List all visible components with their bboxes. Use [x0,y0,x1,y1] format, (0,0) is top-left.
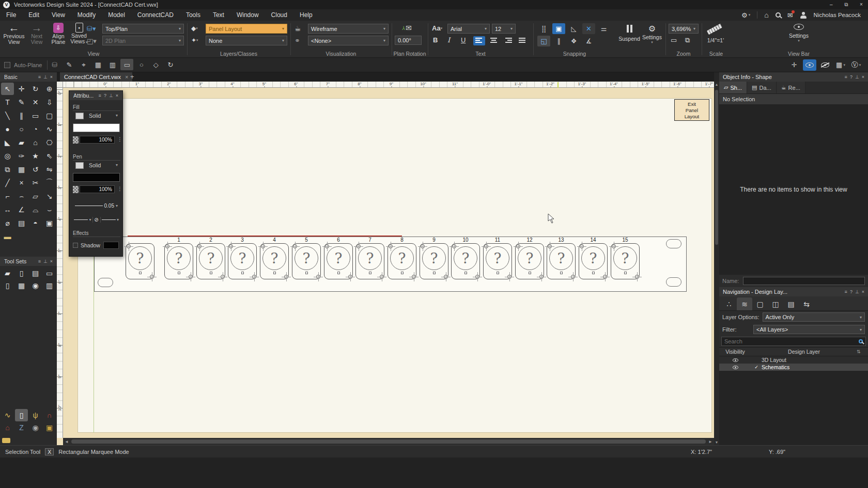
oval-marquee-mode-icon[interactable]: ○ [135,59,148,70]
rack-rail-tool-icon[interactable]: ▭ [43,267,56,279]
connector-15[interactable]: 15? [611,237,640,279]
callout-tool-icon[interactable]: ✎ [15,96,28,108]
pen-opacity-menu-icon[interactable]: ⋮ [117,186,122,192]
attribute-mapping-tool-icon[interactable]: ▬ [1,230,14,243]
line-end-select[interactable]: ▾ [101,217,120,222]
reshape-tool-icon[interactable]: ▦ [15,163,28,176]
point-on-edge-snap-icon[interactable]: ❖ [567,36,580,46]
snap-target-mode-icon[interactable]: ⌖ [77,59,90,71]
proscenium-tool-icon[interactable]: ∩ [43,409,56,421]
circle-tool-icon[interactable]: ● [1,123,14,135]
select-similar-tool-icon[interactable]: ⇖ [43,150,56,162]
rectangular-marquee-mode-icon[interactable]: ▭ [120,59,133,70]
plan-rotation-field[interactable]: 0.00° [395,36,422,45]
user-avatar-icon[interactable] [800,12,807,19]
minimize-button[interactable]: – [825,0,838,9]
line-type-select[interactable]: ▾ [73,217,92,222]
mirror-tool-icon[interactable]: ⇋ [43,163,56,176]
connector-3[interactable]: 3? [228,237,257,279]
scroll-right-icon[interactable]: ► [707,439,714,444]
align-plane-button[interactable]: ⇩ AlignPlane [48,22,69,45]
fit-to-page-icon[interactable]: ▭ [671,36,677,44]
horizontal-scroll-thumb[interactable] [71,439,706,444]
horizontal-scrollbar[interactable]: ◄ ► [63,438,714,445]
tape-measure-tool-icon[interactable]: ▤ [15,217,28,229]
connector-6[interactable]: 6? [324,237,353,279]
clip-cube-tool-icon[interactable]: ⧉ [1,163,14,176]
fillet-tool-icon[interactable]: ⌒ [43,177,56,189]
z-fold-tool-icon[interactable]: Z [15,421,28,434]
pen-color-bar[interactable] [73,173,120,182]
fill-opacity-field[interactable]: 100% [80,136,115,144]
render-style-select[interactable]: <None>▾ [308,36,389,45]
line-thickness-select[interactable]: 0.05▾ [73,201,120,210]
drawing-canvas[interactable]: 0"1"2"3"4"5"6"7"8"9"10"11"1'-0"1'-1"1'-2… [57,82,714,445]
magic-wand-tool-icon[interactable]: ★ [29,150,42,162]
filter-select[interactable]: <All Layers>▾ [753,325,865,334]
console-desk-tool-icon[interactable]: ▥ [43,279,56,292]
connector-4[interactable]: 4? [260,237,289,279]
menu-window[interactable]: Window [230,10,265,20]
cable-tool-icon[interactable]: ∿ [1,409,14,421]
tab-render[interactable]: ☕Re... [777,82,805,93]
connect-combine-tool-icon[interactable]: ↘ [43,190,56,202]
plan-2d-select[interactable]: 2D Plan▾ [102,36,184,45]
projection-select[interactable]: Top/Plan▾ [102,24,184,34]
visibility-eye-icon[interactable] [719,364,751,370]
panel-help-icon[interactable]: ? [850,289,853,294]
spiral-tool-icon[interactable]: ◎ [1,150,14,162]
shadow-checkbox[interactable] [73,243,78,248]
rack-door-tool-icon[interactable]: ▯ [15,267,28,279]
tool-sets-palette-header[interactable]: Tool Sets ≡⊥× [0,257,57,266]
saved-views-tab-icon[interactable]: ▤ [783,297,799,310]
camera-tool-icon[interactable]: ◉ [29,421,42,434]
tab-shape[interactable]: ▱Sh... [719,82,747,93]
layer-row-3d-layout[interactable]: 3D Layout [719,356,868,364]
search-icon[interactable] [776,12,781,18]
panel-layout-drawing[interactable]: ?1?2?3?4?5?6?7?8?9?10?11?12?13?14?15? [57,82,714,445]
palette-menu-icon[interactable]: ≡ [99,93,101,98]
partial-tool-icon[interactable] [2,438,10,443]
visibility-off-icon[interactable] [818,59,832,71]
fill-swatch-button[interactable] [75,113,84,119]
connector-11[interactable]: 11? [483,237,512,279]
layer-plane-icon[interactable]: ⛁▾ [87,25,96,33]
panel-help-icon[interactable]: ? [850,74,853,80]
equipment-rack-tool-icon[interactable]: ▯ [1,279,14,292]
fill-style-select[interactable]: Solid [89,113,101,119]
connector-10[interactable]: 10? [451,237,480,279]
menu-edit[interactable]: Edit [22,10,45,20]
maximize-button[interactable]: ⧉ [840,0,853,9]
rotate-mode-icon[interactable]: ↻ [164,59,177,70]
menu-text[interactable]: Text [207,10,230,20]
rotate-tool-icon[interactable]: ↺ [29,163,42,176]
layers-icon[interactable]: ◆▾ [191,25,198,32]
smart-edge-snap-icon[interactable]: ⚌ [597,23,610,34]
mounting-slot[interactable] [666,277,681,287]
palette-menu-icon[interactable]: ≡ [38,74,41,80]
pan-view-icon[interactable]: ✛ [787,59,801,71]
design-layer-column-header[interactable]: Design Layer [751,349,857,355]
angle-from-edge-snap-icon[interactable]: ∡ [582,36,595,46]
fit-to-objects-icon[interactable]: ⧉ [685,36,690,44]
fill-opacity-menu-icon[interactable]: ⋮ [117,136,122,142]
classes-tab-icon[interactable]: ∴ [721,297,737,310]
irregular-polygon-tool-icon[interactable]: ◣ [1,136,14,149]
sort-icon[interactable]: ⇅ [857,349,868,354]
palette-pin-icon[interactable]: ⊥ [109,93,113,98]
wall-panel-tool-icon[interactable]: ▰ [1,267,14,279]
name-input[interactable] [743,277,865,285]
arc-tool-icon[interactable]: ◔ [29,123,42,135]
panel-menu-icon[interactable]: ≡ [845,289,847,294]
panel-menu-icon[interactable]: ≡ [845,74,847,80]
basic-palette-header[interactable]: Basic ≡⊥× [0,72,57,82]
rectangle-tool-icon[interactable]: ▭ [29,109,42,122]
bold-button[interactable]: B [433,36,438,44]
connector-blank[interactable]: ? [126,237,154,279]
visibility-column-header[interactable]: Visibility [719,349,751,355]
trim-tool-icon[interactable]: × [15,177,28,189]
palette-close-icon[interactable]: × [50,74,53,80]
arc-corner-tool-icon[interactable]: ⌢ [15,190,28,202]
menu-help[interactable]: Help [293,10,319,20]
arc-length-dimension-tool-icon[interactable]: ⌓ [29,203,42,216]
